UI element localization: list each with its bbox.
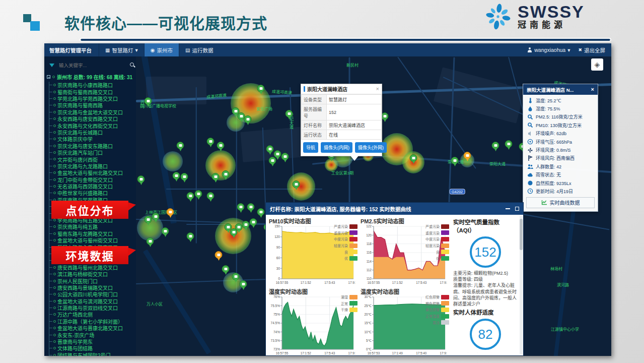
tree-item[interactable]: 崇庆北路与金盆地大道交叉口 (49, 109, 136, 115)
tree-list: 崇庆南路与小康西路路口蜀南街与蜀南西路交叉口学苑北路与学苑西路交叉口崇庆南路与蜀… (49, 82, 136, 356)
map-marker[interactable] (207, 192, 214, 202)
map-marker[interactable] (250, 218, 257, 228)
map-marker[interactable] (212, 173, 220, 183)
map-marker[interactable] (235, 223, 243, 233)
nav-item-崇州市[interactable]: ◉崇州市 (144, 43, 179, 56)
camera-icon (219, 144, 222, 147)
map-marker[interactable] (187, 232, 194, 242)
popup-button-摄像头(内网)[interactable]: 摄像头(内网) (321, 142, 352, 153)
tree-item[interactable]: 龙门中街与金带街交叉口 (49, 176, 136, 183)
map-marker[interactable] (145, 216, 152, 225)
tree-item[interactable]: 万达广场西北侧 (49, 311, 136, 318)
tree-item[interactable]: 蜀南东路与龙腾路交叉口 (49, 230, 136, 237)
chart-legend: 严重污染重度污染中度污染轻度污染良优 (425, 223, 449, 262)
search-icon[interactable] (130, 63, 131, 68)
env-panel-close-icon[interactable]: × (591, 87, 594, 92)
map-marker[interactable] (505, 140, 513, 150)
realtime-curve-button[interactable]: 实时曲线数据 (526, 197, 595, 208)
tree-item[interactable]: 公园大道四川机电学院门口 (49, 291, 136, 297)
tree-item[interactable]: 蜀南街与蜀南西路交叉口 (49, 88, 136, 95)
map-marker[interactable] (451, 157, 459, 166)
nav-item-智慧路灯[interactable]: ▦智慧路灯▾ (99, 43, 144, 56)
nav-item-运行数据[interactable]: ▤运行数据 (179, 43, 219, 56)
map-marker[interactable] (281, 153, 289, 162)
tree-item[interactable]: 永安西路与唐安西路交叉口 (49, 115, 136, 122)
scrollbar-thumb[interactable] (520, 219, 523, 250)
tree-item[interactable]: 永安东-崇庆广场 (49, 331, 136, 338)
title-deco-square-blue (30, 21, 40, 31)
tree-item[interactable]: 永安西路与文化西街交叉口 (49, 122, 136, 129)
map-layers-control[interactable]: ◈ (591, 58, 603, 71)
tree-item[interactable]: 滨江路与杨柳街交叉口 (49, 271, 136, 277)
tree-item[interactable]: 金盆地大道与滨河路交叉口 (49, 298, 136, 305)
map-marker[interactable] (492, 142, 499, 151)
tree-item[interactable]: 崇庆北路汽车站门口 (49, 149, 136, 156)
map-marker[interactable] (195, 190, 202, 200)
tree-item[interactable]: 团结路与东城国际2号门 (49, 352, 136, 356)
tree-item[interactable]: 文井街与唐兴西街 (49, 156, 136, 162)
map-marker[interactable] (242, 221, 250, 230)
tree-item[interactable]: 崇庆南路与纯五路 (49, 223, 136, 230)
exit-fullscreen-button[interactable]: ✖ 退出全屏 (578, 46, 605, 54)
tree-item[interactable]: 金盆地大道与蜀州街交叉口 (49, 237, 136, 244)
tree-item[interactable]: 金盆地大道与晋康北路交叉口 (49, 325, 136, 331)
search-input[interactable] (58, 62, 126, 69)
map-marker[interactable] (137, 175, 145, 185)
map-marker[interactable] (167, 208, 174, 218)
popup-close-icon[interactable]: × (376, 86, 379, 92)
map-marker[interactable] (187, 192, 194, 202)
tree-item[interactable]: 无名道路与西郊路交叉口 (49, 183, 136, 190)
map-marker[interactable] (181, 173, 188, 183)
map-marker[interactable] (257, 85, 265, 94)
filter-icon[interactable] (49, 64, 54, 67)
map-marker[interactable] (266, 145, 274, 155)
map-marker[interactable] (207, 138, 214, 147)
map-marker[interactable] (222, 170, 230, 180)
tree-item[interactable]: 江源中路（第七小学斜对面） (49, 318, 136, 325)
tree-item[interactable]: 文体路与团结路 (49, 345, 136, 351)
tree-item[interactable]: 江源南路与崇双旧线交叉口 (49, 305, 136, 311)
tree-item[interactable]: 中胜世家与兴盛路路口 (49, 190, 136, 196)
map-marker[interactable] (232, 273, 240, 282)
expand-icon[interactable] (515, 207, 519, 211)
tree-root[interactable]: 崇州市 总数: 99 在线: 68 离线: 31 (47, 73, 134, 81)
map-marker[interactable] (285, 110, 293, 119)
tree-item[interactable]: 晋康南与学苑东 (49, 338, 136, 345)
tree-item[interactable]: 崇庆南路与蜀南西路 (49, 102, 136, 108)
map-marker[interactable] (147, 237, 154, 247)
tree-item[interactable]: 文体路崇庆中学 (49, 136, 136, 142)
tree-item[interactable]: 崇庆北路与长城路口 (49, 129, 136, 136)
map-marker[interactable] (257, 208, 265, 218)
user-menu[interactable]: wangxiaohua ▾ (527, 47, 570, 53)
popup-button-摄像头(外网)[interactable]: 摄像头(外网) (355, 142, 387, 153)
map-marker[interactable] (464, 152, 471, 161)
map-marker[interactable] (145, 97, 152, 107)
map-marker[interactable] (173, 172, 180, 182)
map-marker[interactable] (177, 142, 184, 151)
map-marker[interactable] (269, 157, 276, 166)
map-marker[interactable] (247, 203, 255, 213)
tree-item[interactable]: 崇州人民医院门口 (49, 277, 136, 284)
popup-button-导航[interactable]: 导航 (303, 142, 318, 153)
map-marker[interactable] (410, 154, 417, 164)
map-marker[interactable] (162, 227, 169, 237)
minimize-icon[interactable] (506, 208, 510, 209)
table-row: 服务器编号152 (302, 104, 382, 120)
tree-item[interactable]: 崇庆南路与小康西路路口 (49, 82, 136, 88)
tree-item[interactable]: 金盆地大道与蜀州北路交叉口 (49, 169, 136, 176)
tree-item[interactable]: 唐安西路与景瑞路交叉口 (49, 284, 136, 291)
map-marker[interactable] (215, 251, 223, 261)
map-marker[interactable] (244, 115, 252, 125)
map-marker[interactable] (293, 180, 300, 190)
map-marker[interactable] (222, 265, 230, 275)
map-marker[interactable] (240, 280, 247, 290)
map-marker[interactable] (152, 213, 160, 222)
tree-item[interactable]: 崇庆北路与九龙路路口 (49, 163, 136, 169)
map-marker[interactable] (237, 203, 245, 213)
tree-item[interactable]: 崇庆北路与唐安东路路口 (49, 143, 136, 149)
tree-item[interactable]: 学苑北路与学苑西路交叉口 (49, 95, 136, 102)
panel-scrollbar[interactable] (520, 216, 523, 354)
map-marker[interactable] (217, 142, 225, 151)
collapse-icon[interactable] (47, 75, 50, 79)
tree-item[interactable]: 唐安西路与蜀州北路交叉口 (49, 264, 136, 271)
